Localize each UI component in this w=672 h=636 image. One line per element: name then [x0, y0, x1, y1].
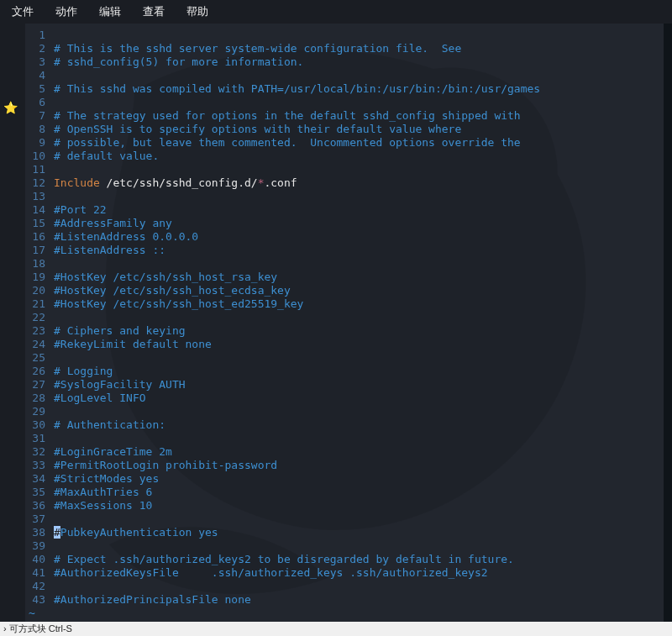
code-area[interactable]: 12# This is the sshd server system-wide … [25, 24, 664, 607]
line-content[interactable] [50, 580, 54, 593]
code-line[interactable]: 10# default value. [25, 150, 664, 163]
code-line[interactable]: 36#MaxSessions 10 [25, 499, 664, 512]
line-content[interactable] [50, 96, 54, 109]
line-content[interactable] [50, 190, 54, 203]
line-content[interactable]: Include /etc/ssh/sshd_config.d/*.conf [50, 176, 297, 190]
line-content[interactable]: # Logging [50, 365, 113, 378]
line-content[interactable]: #ListenAddress 0.0.0.0 [50, 230, 198, 244]
code-line[interactable]: 1 [25, 29, 664, 42]
line-content[interactable]: #PubkeyAuthentication yes [50, 526, 218, 539]
line-content[interactable]: # Ciphers and keying [50, 324, 186, 338]
code-line[interactable]: 18 [25, 257, 664, 271]
code-line[interactable]: 12Include /etc/ssh/sshd_config.d/*.conf [25, 176, 664, 190]
code-line[interactable]: 22 [25, 311, 664, 324]
line-number: 10 [25, 150, 50, 163]
code-line[interactable]: 32#LoginGraceTime 2m [25, 445, 664, 459]
code-line[interactable]: 7# The strategy used for options in the … [25, 109, 664, 123]
line-content[interactable]: # possible, but leave them commented. Un… [50, 136, 521, 150]
code-line[interactable]: 40# Expect .ssh/authorized_keys2 to be d… [25, 553, 664, 566]
code-line[interactable]: 39 [25, 539, 664, 553]
line-content[interactable] [50, 311, 54, 324]
line-content[interactable] [50, 351, 54, 365]
line-number: 36 [25, 499, 50, 512]
line-content[interactable] [50, 29, 54, 42]
menu-action[interactable]: 动作 [50, 1, 82, 23]
line-content[interactable]: #AuthorizedKeysFile .ssh/authorized_keys… [50, 566, 488, 580]
code-line[interactable]: 25 [25, 351, 664, 365]
code-line[interactable]: 26# Logging [25, 365, 664, 378]
line-content[interactable]: #SyslogFacility AUTH [50, 378, 186, 392]
line-content[interactable]: # Expect .ssh/authorized_keys2 to be dis… [50, 553, 514, 566]
code-line[interactable]: 5# This sshd was compiled with PATH=/usr… [25, 82, 664, 96]
code-line[interactable]: 14#Port 22 [25, 203, 664, 217]
line-content[interactable]: #HostKey /etc/ssh/ssh_host_ecdsa_key [50, 284, 291, 297]
line-number: 11 [25, 163, 50, 176]
line-content[interactable]: # The strategy used for options in the d… [50, 109, 521, 123]
code-line[interactable]: 31 [25, 432, 664, 445]
line-content[interactable]: #LogLevel INFO [50, 392, 146, 405]
line-content[interactable] [50, 539, 54, 553]
code-line[interactable]: 20#HostKey /etc/ssh/ssh_host_ecdsa_key [25, 284, 664, 297]
line-content[interactable] [50, 163, 54, 176]
code-line[interactable]: 15#AddressFamily any [25, 217, 664, 230]
line-content[interactable]: #HostKey /etc/ssh/ssh_host_ed25519_key [50, 297, 303, 311]
bookmark-star-icon[interactable]: ⭐ [3, 101, 18, 114]
code-line[interactable]: 11 [25, 163, 664, 176]
line-content[interactable]: # This sshd was compiled with PATH=/usr/… [50, 82, 540, 96]
line-content[interactable]: #StrictModes yes [50, 472, 159, 486]
line-content[interactable]: #AuthorizedPrincipalsFile none [50, 593, 251, 607]
line-content[interactable]: #AddressFamily any [50, 217, 172, 230]
line-content[interactable] [50, 69, 54, 82]
line-content[interactable]: #RekeyLimit default none [50, 338, 212, 351]
code-line[interactable]: 19#HostKey /etc/ssh/ssh_host_rsa_key [25, 271, 664, 284]
code-line[interactable]: 6 [25, 96, 664, 109]
line-content[interactable] [50, 257, 54, 271]
code-line[interactable]: 21#HostKey /etc/ssh/ssh_host_ed25519_key [25, 297, 664, 311]
line-content[interactable]: #ListenAddress :: [50, 244, 165, 257]
workarea: ⭐ 12# This is the sshd server system-wid… [0, 24, 672, 622]
code-line[interactable]: 38#PubkeyAuthentication yes [25, 526, 664, 539]
line-content[interactable] [50, 405, 54, 418]
code-line[interactable]: 13 [25, 190, 664, 203]
line-content[interactable] [50, 432, 54, 445]
line-content[interactable]: # OpenSSH is to specify options with the… [50, 123, 461, 136]
code-line[interactable]: 27#SyslogFacility AUTH [25, 378, 664, 392]
code-line[interactable]: 33#PermitRootLogin prohibit-password [25, 459, 664, 472]
code-line[interactable]: 28#LogLevel INFO [25, 392, 664, 405]
line-content[interactable]: #HostKey /etc/ssh/ssh_host_rsa_key [50, 271, 277, 284]
line-number: 17 [25, 244, 50, 257]
code-line[interactable]: 43#AuthorizedPrincipalsFile none [25, 593, 664, 607]
code-line[interactable]: 9# possible, but leave them commented. U… [25, 136, 664, 150]
code-line[interactable]: 42 [25, 580, 664, 593]
code-line[interactable]: 34#StrictModes yes [25, 472, 664, 486]
text-editor[interactable]: 12# This is the sshd server system-wide … [25, 24, 664, 622]
menu-file[interactable]: 文件 [7, 1, 39, 23]
code-line[interactable]: 4 [25, 69, 664, 82]
line-number: 21 [25, 297, 50, 311]
line-content[interactable]: # Authentication: [50, 418, 165, 432]
line-content[interactable]: # This is the sshd server system-wide co… [50, 42, 461, 55]
code-line[interactable]: 30# Authentication: [25, 418, 664, 432]
line-content[interactable]: # sshd_config(5) for more information. [50, 55, 303, 69]
code-line[interactable]: 35#MaxAuthTries 6 [25, 486, 664, 499]
line-content[interactable]: #PermitRootLogin prohibit-password [50, 459, 277, 472]
code-line[interactable]: 2# This is the sshd server system-wide c… [25, 42, 664, 55]
code-line[interactable]: 17#ListenAddress :: [25, 244, 664, 257]
line-content[interactable]: #MaxSessions 10 [50, 499, 152, 512]
line-content[interactable] [50, 512, 54, 526]
line-content[interactable]: #LoginGraceTime 2m [50, 445, 172, 459]
code-line[interactable]: 37 [25, 512, 664, 526]
code-line[interactable]: 24#RekeyLimit default none [25, 338, 664, 351]
code-line[interactable]: 8# OpenSSH is to specify options with th… [25, 123, 664, 136]
line-content[interactable]: #Port 22 [50, 203, 107, 217]
code-line[interactable]: 41#AuthorizedKeysFile .ssh/authorized_ke… [25, 566, 664, 580]
menu-help[interactable]: 帮助 [181, 1, 213, 23]
line-content[interactable]: # default value. [50, 150, 159, 163]
code-line[interactable]: 29 [25, 405, 664, 418]
line-content[interactable]: #MaxAuthTries 6 [50, 486, 152, 499]
menu-edit[interactable]: 编辑 [94, 1, 126, 23]
code-line[interactable]: 16#ListenAddress 0.0.0.0 [25, 230, 664, 244]
menu-view[interactable]: 查看 [138, 1, 170, 23]
code-line[interactable]: 3# sshd_config(5) for more information. [25, 55, 664, 69]
code-line[interactable]: 23# Ciphers and keying [25, 324, 664, 338]
